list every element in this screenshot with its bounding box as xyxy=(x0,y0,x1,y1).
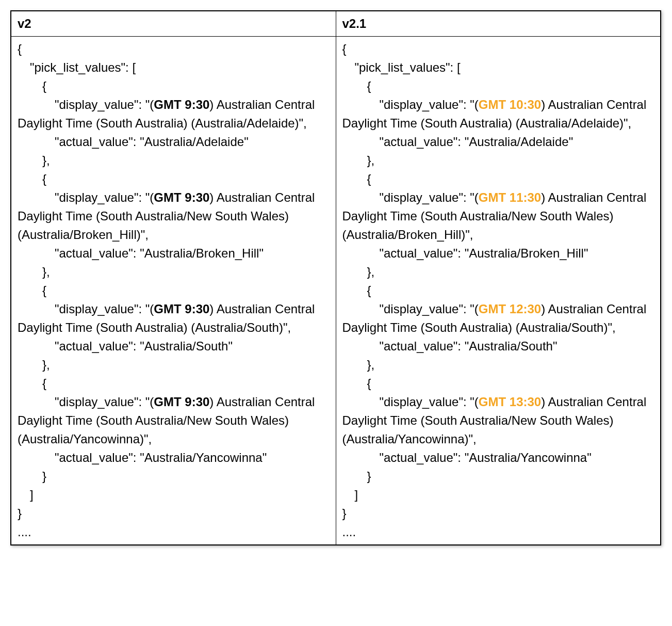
entry: "display_value": "(GMT 13:30) Australian… xyxy=(342,393,654,448)
entry: "display_value": "(GMT 9:30) Australian … xyxy=(18,393,330,448)
header-v21: v2.1 xyxy=(336,11,661,37)
comparison-table-wrapper: v2 v2.1 { "pick_list_values": [ { "displ… xyxy=(10,10,661,545)
code-v21: { "pick_list_values": [ { "display_value… xyxy=(342,40,654,541)
entry: "display_value": "(GMT 9:30) Australian … xyxy=(18,188,330,244)
entry: "display_value": "(GMT 12:30) Australian… xyxy=(342,300,654,337)
entry: "display_value": "(GMT 11:30) Australian… xyxy=(342,188,654,244)
entry: "display_value": "(GMT 9:30) Australian … xyxy=(18,300,330,337)
comparison-table: v2 v2.1 { "pick_list_values": [ { "displ… xyxy=(11,11,661,545)
code-v2: { "pick_list_values": [ { "display_value… xyxy=(18,40,330,541)
header-v2: v2 xyxy=(11,11,336,37)
cell-v2: { "pick_list_values": [ { "display_value… xyxy=(11,37,336,545)
cell-v21: { "pick_list_values": [ { "display_value… xyxy=(336,37,661,545)
entry: "display_value": "(GMT 10:30) Australian… xyxy=(342,95,654,133)
entry: "display_value": "(GMT 9:30) Australian … xyxy=(18,95,330,133)
